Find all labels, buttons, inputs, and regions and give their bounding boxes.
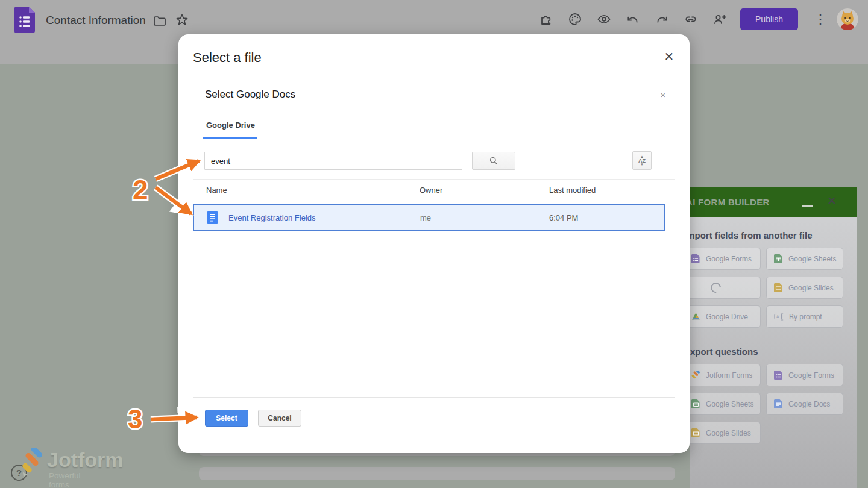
ai-panel-title: AI FORM BUILDER	[690, 197, 770, 207]
file-row-selected[interactable]: Event Registration Fields me 6:04 PM	[193, 204, 665, 231]
sort-az-button[interactable]: ▲ AZ ▼	[632, 151, 652, 170]
import-google-drive-button[interactable]: Google Drive	[690, 305, 761, 328]
sort-down-icon: ▼	[640, 163, 644, 166]
tabs-divider	[193, 139, 675, 139]
jotform-wordmark: Jotform	[47, 448, 124, 472]
file-owner: me	[420, 213, 431, 222]
move-folder-icon[interactable]	[153, 14, 167, 28]
select-a-file-dialog: Select a file ✕ Select Google Docs × Goo…	[178, 34, 690, 453]
close-icon[interactable]: ✕	[662, 49, 676, 64]
redo-icon[interactable]	[655, 12, 669, 27]
search-icon	[489, 156, 498, 166]
export-google-sheets-button[interactable]: Google Sheets	[690, 393, 761, 415]
preview-icon[interactable]	[597, 12, 611, 27]
google-docs-icon	[774, 399, 783, 408]
export-google-slides-button[interactable]: Google Slides	[690, 422, 761, 444]
file-last-modified: 6:04 PM	[549, 213, 578, 222]
account-avatar[interactable]	[837, 8, 858, 30]
google-drive-icon	[691, 312, 700, 321]
import-by-prompt-button[interactable]: A By prompt	[766, 305, 843, 328]
list-divider	[193, 179, 675, 180]
google-forms-icon	[691, 254, 700, 263]
file-name: Event Registration Fields	[228, 213, 316, 222]
close-icon[interactable]: ✕	[827, 194, 837, 208]
svg-text:A: A	[776, 314, 779, 319]
add-collaborators-icon[interactable]	[712, 12, 727, 27]
select-button[interactable]: Select	[205, 410, 248, 427]
google-docs-picker: Select Google Docs × Google Drive ▲ AZ ▼…	[193, 78, 675, 453]
customize-theme-icon[interactable]	[568, 12, 582, 27]
google-forms-icon	[774, 371, 783, 380]
import-google-forms-button[interactable]: Google Forms	[690, 248, 761, 270]
copy-link-icon[interactable]	[684, 12, 698, 27]
import-google-sheets-button[interactable]: Google Sheets	[766, 248, 843, 270]
star-icon[interactable]	[175, 13, 189, 27]
dimmed-form-card	[199, 467, 675, 480]
add-ons-icon[interactable]	[539, 12, 553, 27]
column-header-last-modified[interactable]: Last modified	[549, 186, 596, 195]
by-prompt-icon: A	[774, 312, 784, 321]
dialog-title: Select a file	[193, 50, 262, 66]
jotform-logo: Jotform Powerful forms get it done	[20, 448, 47, 480]
more-options-icon[interactable]: ⋮	[814, 10, 826, 28]
export-jotform-forms-button[interactable]: Jotform Forms	[690, 364, 761, 386]
google-sheets-icon	[691, 399, 700, 408]
step3-label: 3	[128, 404, 142, 434]
document-title[interactable]: Contact Information	[46, 14, 146, 27]
jotform-mark-icon	[20, 448, 47, 477]
step2-label: 2	[133, 174, 148, 205]
undo-icon[interactable]	[626, 12, 640, 27]
footer-divider	[193, 397, 675, 398]
picker-title: Select Google Docs	[205, 89, 295, 101]
export-google-forms-button[interactable]: Google Forms	[766, 364, 843, 386]
export-section-title: Export questions	[690, 346, 857, 357]
google-slides-icon	[691, 428, 700, 437]
ai-panel-header: AI FORM BUILDER ✕	[690, 187, 857, 217]
export-google-docs-button[interactable]: Google Docs	[766, 393, 843, 415]
google-sheets-icon	[774, 254, 783, 263]
loading-spinner-icon	[709, 281, 723, 295]
search-input[interactable]	[204, 152, 462, 170]
picker-close-icon[interactable]: ×	[661, 90, 665, 100]
ai-form-builder-panel: AI FORM BUILDER ✕ Import fields from ano…	[690, 187, 857, 488]
jotform-icon	[691, 371, 700, 380]
cancel-button[interactable]: Cancel	[258, 410, 301, 427]
jotform-tagline: Powerful forms get it done	[49, 471, 81, 488]
publish-button[interactable]: Publish	[740, 8, 798, 30]
import-loading-button[interactable]	[690, 277, 761, 299]
tab-google-drive[interactable]: Google Drive	[206, 120, 255, 130]
column-header-owner[interactable]: Owner	[420, 186, 442, 195]
search-button[interactable]	[472, 152, 515, 170]
google-slides-icon	[774, 283, 783, 292]
google-forms-logo-icon[interactable]	[14, 7, 35, 36]
google-docs-file-icon	[207, 211, 218, 227]
column-header-name[interactable]: Name	[206, 186, 227, 195]
import-google-slides-button[interactable]: Google Slides	[766, 277, 843, 299]
minimize-icon[interactable]	[802, 205, 813, 207]
import-section-title: Import fields from another file	[690, 230, 857, 240]
